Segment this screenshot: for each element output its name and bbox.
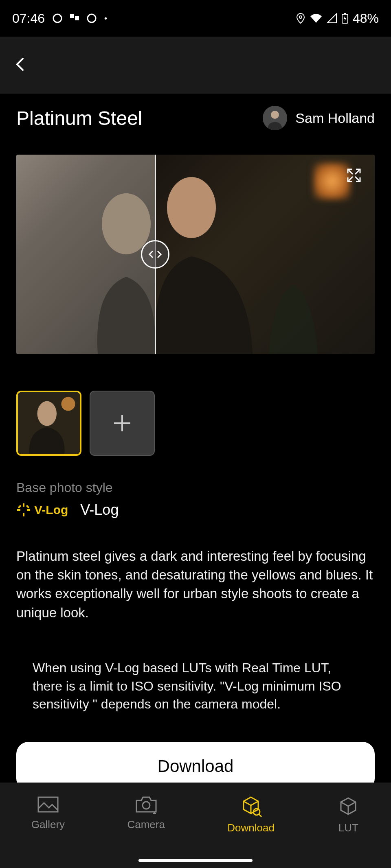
svg-rect-5 <box>344 13 346 14</box>
nav-camera[interactable]: Camera <box>127 795 165 831</box>
vlog-warning: When using V-Log based LUTs with Real Ti… <box>0 630 391 734</box>
svg-point-3 <box>88 14 96 22</box>
nav-gallery[interactable]: Gallery <box>31 795 65 831</box>
cube-search-icon <box>239 795 262 818</box>
home-indicator[interactable] <box>138 859 253 862</box>
battery-icon <box>341 13 349 24</box>
nav-download-label: Download <box>227 822 275 834</box>
compare-handle[interactable] <box>141 240 169 269</box>
svg-rect-14 <box>23 513 24 516</box>
lut-description: Platinum steel gives a dark and interest… <box>0 527 391 630</box>
svg-rect-2 <box>75 16 79 20</box>
base-style-section: Base photo style V-Log V-Log <box>0 472 391 527</box>
vlog-badge: V-Log <box>16 503 68 517</box>
thumbnail-row <box>0 354 391 472</box>
svg-rect-13 <box>23 503 24 507</box>
base-style-name: V-Log <box>80 501 119 518</box>
preview-before <box>16 155 155 354</box>
svg-rect-18 <box>26 505 29 508</box>
cube-icon <box>337 795 360 818</box>
gallery-icon <box>37 795 59 814</box>
author[interactable]: Sam Holland <box>263 106 375 130</box>
svg-rect-1 <box>70 14 74 18</box>
preview-after <box>155 155 375 354</box>
author-avatar <box>263 106 287 130</box>
status-bar: 07:46 • 48% <box>0 0 391 37</box>
status-circle-icon <box>52 13 63 24</box>
preview-compare[interactable] <box>16 155 375 354</box>
status-tiles-icon <box>70 14 79 23</box>
nav-gallery-label: Gallery <box>31 818 65 831</box>
svg-point-7 <box>271 111 279 119</box>
svg-point-11 <box>61 397 75 411</box>
sun-icon <box>16 503 31 517</box>
title-row: Platinum Steel Sam Holland <box>0 94 391 146</box>
svg-rect-19 <box>38 797 58 812</box>
add-thumbnail[interactable] <box>90 391 155 456</box>
base-style-label: Base photo style <box>16 480 375 495</box>
svg-point-0 <box>53 14 62 22</box>
nav-camera-label: Camera <box>127 818 165 831</box>
thumbnail-1[interactable] <box>16 391 81 456</box>
app-header <box>0 37 391 94</box>
back-button[interactable] <box>12 56 29 74</box>
svg-rect-17 <box>18 505 21 508</box>
bottom-nav: Gallery Camera Download LUT <box>0 783 391 868</box>
svg-point-12 <box>37 401 57 426</box>
nav-lut-label: LUT <box>338 822 358 834</box>
vlog-badge-text: V-Log <box>34 503 68 517</box>
svg-rect-15 <box>17 509 20 511</box>
signal-icon <box>327 13 337 24</box>
status-time: 07:46 <box>12 11 45 26</box>
author-name: Sam Holland <box>295 110 375 126</box>
svg-point-20 <box>143 802 150 809</box>
svg-point-9 <box>167 177 216 238</box>
lut-title: Platinum Steel <box>16 107 143 129</box>
status-circle-icon-2 <box>86 13 97 24</box>
nav-download[interactable]: Download <box>227 795 275 834</box>
camera-icon <box>135 795 158 814</box>
svg-rect-16 <box>27 509 30 511</box>
status-dot-icon: • <box>104 14 107 23</box>
wifi-icon <box>310 13 323 24</box>
fullscreen-button[interactable] <box>345 167 362 186</box>
plus-icon <box>110 411 134 435</box>
svg-point-8 <box>102 193 151 254</box>
location-icon <box>296 13 305 24</box>
nav-lut[interactable]: LUT <box>337 795 360 834</box>
battery-percent: 48% <box>353 11 379 26</box>
